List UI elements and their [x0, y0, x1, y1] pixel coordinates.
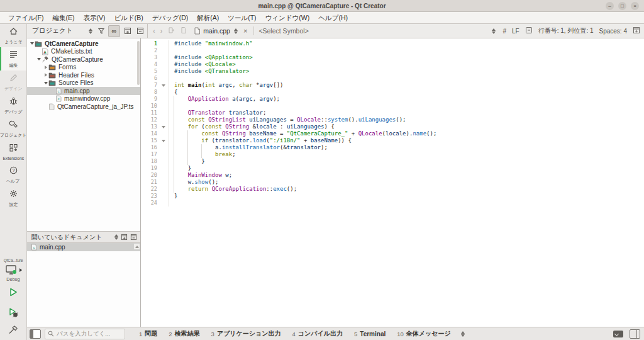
- mode-welcome[interactable]: ようこそ: [0, 24, 26, 47]
- mode-projects[interactable]: プロジェクト: [0, 117, 26, 140]
- fold-column[interactable]: [158, 137, 169, 144]
- code-line[interactable]: 13 for (const QString &locale : uiLangua…: [141, 123, 644, 130]
- close-panel-icon[interactable]: [135, 26, 145, 37]
- code-line[interactable]: 24: [141, 200, 644, 207]
- document-properties-icon[interactable]: [525, 25, 533, 37]
- expand-arrow-icon[interactable]: [36, 58, 42, 60]
- filter-icon[interactable]: [96, 26, 106, 37]
- code-line[interactable]: 18 }: [141, 158, 644, 165]
- tree-item-source-files[interactable]: Source Files: [27, 79, 140, 88]
- open-documents-title[interactable]: 開いているドキュメント: [31, 233, 113, 242]
- current-document-chip[interactable]: main.cpp: [194, 27, 230, 35]
- code-line[interactable]: 3#include <QApplication>: [141, 54, 644, 61]
- fold-marker-icon[interactable]: [162, 84, 165, 87]
- toggle-right-sidebar-icon[interactable]: [630, 329, 640, 339]
- code-line[interactable]: 19 }: [141, 165, 644, 172]
- code-line[interactable]: 17 break;: [141, 151, 644, 158]
- menu-item-4[interactable]: デバッグ(D): [148, 13, 193, 23]
- code-line[interactable]: 2: [141, 47, 644, 54]
- code-line[interactable]: 14 const QString baseName = "QtCameraCap…: [141, 130, 644, 137]
- locator-search[interactable]: パスを入力してく...: [45, 329, 125, 339]
- output-tab--[interactable]: 4コンパイル出力: [287, 328, 348, 340]
- code-line[interactable]: 10: [141, 103, 644, 110]
- tree-item-qtcameracapture[interactable]: QtCameraCapture: [27, 55, 140, 64]
- code-line[interactable]: 12 const QStringList uiLanguages = QLoca…: [141, 116, 644, 123]
- code-line[interactable]: 11 QTranslator translator;: [141, 110, 644, 116]
- cursor-position[interactable]: 行番号: 1, 列位置: 1: [538, 26, 594, 35]
- debug-run-button[interactable]: [8, 307, 19, 320]
- code-line[interactable]: 23}: [141, 193, 644, 200]
- mode-help[interactable]: ?ヘルプ: [0, 163, 26, 186]
- code-line[interactable]: 20 MainWindow w;: [141, 172, 644, 179]
- symbol-selector[interactable]: <Select Symbol>: [258, 27, 488, 35]
- mode-extensions[interactable]: Extensions: [0, 140, 26, 163]
- menu-item-2[interactable]: 表示(V): [79, 13, 109, 23]
- menu-item-7[interactable]: ウィンドウ(W): [261, 13, 314, 23]
- code-line[interactable]: 9 QApplication a(argc, argv);: [141, 96, 644, 103]
- fold-column[interactable]: [158, 123, 169, 130]
- tree-item-main-cpp[interactable]: cmain.cpp: [27, 87, 140, 95]
- tree-item-mainwindow-cpp[interactable]: cmainwindow.cpp: [27, 95, 140, 103]
- code-line[interactable]: 6: [141, 75, 644, 82]
- expand-arrow-icon[interactable]: [43, 73, 48, 77]
- tree-scrollbar[interactable]: [137, 41, 140, 85]
- fold-column[interactable]: [158, 82, 169, 89]
- fold-marker-icon[interactable]: [162, 140, 165, 142]
- line-ending-indicator[interactable]: LF: [512, 28, 519, 35]
- mode-debug[interactable]: デバッグ: [0, 94, 26, 117]
- title-bar[interactable]: main.cpp @ QtCameraCapture - Qt Creator …: [0, 0, 644, 12]
- nav-panel-title[interactable]: プロジェクト: [32, 26, 86, 35]
- menu-item-0[interactable]: ファイル(F): [4, 13, 48, 23]
- code-line[interactable]: 7int main(int argc, char *argv[]): [141, 82, 644, 89]
- menu-item-3[interactable]: ビルド(B): [109, 13, 147, 23]
- close-icon[interactable]: ×: [631, 2, 639, 10]
- open-document-item[interactable]: cmain.cpp: [27, 243, 140, 251]
- symbol-dropdown-icon[interactable]: [492, 28, 496, 34]
- document-dropdown-icon[interactable]: [234, 28, 238, 34]
- tree-item-qtcameracapture[interactable]: QtCameraCapture: [27, 40, 140, 48]
- build-button[interactable]: [8, 325, 19, 337]
- code-line[interactable]: 4#include <QLocale>: [141, 61, 644, 68]
- sync-with-editor-icon[interactable]: ∞: [108, 25, 120, 37]
- open-documents-selector-icon[interactable]: [114, 234, 118, 240]
- code-line[interactable]: 16 a.installTranslator(&translator);: [141, 144, 644, 151]
- go-back-icon[interactable]: ‹: [152, 27, 157, 35]
- nav-panel-selector-icon[interactable]: [89, 28, 92, 34]
- toggle-left-sidebar-icon[interactable]: [30, 329, 41, 339]
- close-document-icon[interactable]: ×: [242, 27, 249, 35]
- split-panel-icon[interactable]: [122, 26, 133, 37]
- output-tab-terminal[interactable]: 5Terminal: [349, 328, 391, 340]
- tree-item-qtcameracapture-ja-jp-ts[interactable]: QtCameraCapture_ja_JP.ts: [27, 103, 140, 111]
- menu-item-5[interactable]: 解析(A): [192, 13, 223, 23]
- code-line[interactable]: 22 return QCoreApplication::exec();: [141, 186, 644, 193]
- output-tab--[interactable]: 2検索結果: [164, 328, 204, 340]
- mode-edit[interactable]: 編集: [0, 47, 26, 71]
- fold-marker-icon[interactable]: [162, 126, 165, 128]
- run-button[interactable]: [8, 286, 19, 300]
- encoding-indicator[interactable]: #: [502, 28, 506, 35]
- code-line[interactable]: 5#include <QTranslator>: [141, 68, 644, 75]
- jump-to-definition-icon[interactable]: [166, 26, 176, 35]
- output-tab--[interactable]: 1問題: [134, 328, 162, 340]
- kit-selector-button[interactable]: [4, 264, 22, 276]
- close-documents-icon[interactable]: [129, 232, 138, 242]
- expand-arrow-icon[interactable]: [30, 42, 35, 45]
- menu-item-6[interactable]: ツール(T): [223, 13, 260, 23]
- go-forward-icon[interactable]: ›: [159, 27, 164, 35]
- tree-item-cmakelists-txt[interactable]: CMakeLists.txt: [27, 48, 140, 56]
- expand-arrow-icon[interactable]: [43, 65, 48, 69]
- reload-document-icon[interactable]: [179, 26, 189, 35]
- code-editor[interactable]: 1#include "mainwindow.h"23#include <QApp…: [141, 38, 644, 327]
- code-line[interactable]: 21 w.show();: [141, 179, 644, 186]
- split-editor-icon[interactable]: [633, 25, 640, 37]
- output-pane-selector-icon[interactable]: [461, 331, 465, 337]
- scroll-up-icon[interactable]: [134, 244, 140, 249]
- indent-settings[interactable]: Spaces: 4: [599, 28, 627, 35]
- output-tab--[interactable]: 10全体メッセージ: [392, 328, 456, 340]
- tree-item-header-files[interactable]: Header Files: [27, 71, 140, 79]
- code-line[interactable]: 1#include "mainwindow.h": [141, 40, 644, 47]
- minimize-icon[interactable]: –: [606, 2, 614, 10]
- maximize-icon[interactable]: □: [618, 2, 626, 10]
- tree-item-forms[interactable]: Forms: [27, 64, 140, 72]
- output-tab--[interactable]: 3アプリケーション出力: [206, 328, 286, 340]
